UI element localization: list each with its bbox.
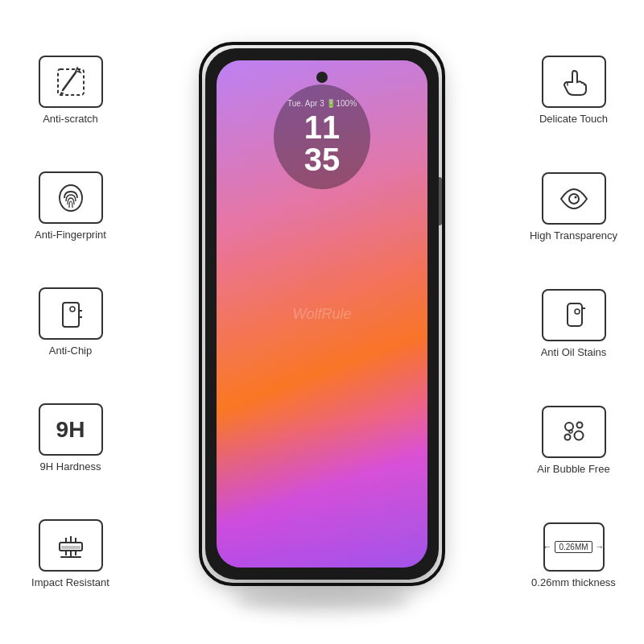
svg-rect-20 <box>568 303 582 326</box>
svg-point-25 <box>564 435 570 440</box>
9h-hardness-icon-box: 9H <box>39 403 103 456</box>
high-transparency-label: High Transparency <box>530 229 617 242</box>
thickness-label: 0.26mm thickness <box>531 576 616 588</box>
svg-point-19 <box>574 196 576 198</box>
touch-icon <box>556 64 592 100</box>
svg-point-24 <box>576 423 582 428</box>
phone-mockup: Tue. Apr 3 🔋100% 11 35 WolfRule <box>205 48 439 596</box>
left-arrow: ← <box>543 542 551 551</box>
watermark: WolfRule <box>292 306 351 323</box>
clock-widget: Tue. Apr 3 🔋100% 11 35 <box>274 85 370 189</box>
svg-point-21 <box>575 309 580 314</box>
feature-9h-hardness: 9H 9H Hardness <box>14 403 127 473</box>
anti-fingerprint-icon-box <box>39 171 103 224</box>
eye-icon <box>556 181 592 217</box>
air-bubble-label: Air Bubble Free <box>537 463 609 475</box>
thickness-value-label: 0.26MM <box>555 541 592 553</box>
feature-anti-oil: Anti Oil Stains <box>518 289 630 358</box>
svg-rect-0 <box>58 69 84 95</box>
anti-scratch-icon-box <box>39 56 103 108</box>
fingerprint-icon <box>53 180 89 216</box>
impact-resistant-icon-box <box>39 519 103 572</box>
svg-point-18 <box>569 194 579 204</box>
right-arrow: → <box>596 542 605 551</box>
anti-fingerprint-label: Anti-Fingerprint <box>35 229 106 241</box>
phone-side-button <box>439 177 442 225</box>
anti-chip-icon-box <box>39 287 103 340</box>
svg-rect-10 <box>61 546 80 549</box>
delicate-touch-icon-box <box>542 56 606 108</box>
air-bubble-icon-box <box>542 406 606 458</box>
thickness-arrows: ← 0.26MM → <box>543 541 604 553</box>
clock-date: Tue. Apr 3 🔋100% <box>287 99 357 108</box>
thickness-icon-box: ← 0.26MM → <box>543 522 605 572</box>
impact-resistant-label: Impact Resistant <box>31 576 109 588</box>
anti-chip-label: Anti-Chip <box>49 345 92 357</box>
svg-point-26 <box>574 431 583 440</box>
feature-impact-resistant: Impact Resistant <box>14 519 127 588</box>
clock-hour: 11 <box>304 111 341 143</box>
svg-line-1 <box>63 72 76 90</box>
feature-anti-scratch: Anti-scratch <box>14 56 127 125</box>
anti-oil-icon-box <box>542 289 606 341</box>
high-transparency-icon-box <box>542 172 606 225</box>
phone-camera <box>316 72 328 83</box>
feature-anti-chip: Anti-Chip <box>14 287 127 357</box>
9h-hardness-label: 9H Hardness <box>40 460 101 473</box>
phone-screen: Tue. Apr 3 🔋100% 11 35 WolfRule <box>217 60 427 568</box>
anti-scratch-label: Anti-scratch <box>43 113 98 125</box>
feature-delicate-touch: Delicate Touch <box>518 56 630 125</box>
phone-shadow <box>233 588 411 612</box>
clock-minute: 35 <box>304 143 341 175</box>
feature-anti-fingerprint: Anti-Fingerprint <box>14 171 127 241</box>
anti-oil-icon <box>556 297 592 332</box>
scratch-icon <box>53 64 89 100</box>
phone-body: Tue. Apr 3 🔋100% 11 35 WolfRule <box>205 48 439 580</box>
feature-thickness: ← 0.26MM → 0.26mm thickness <box>518 522 630 588</box>
right-features-column: Delicate Touch High Transparency <box>507 32 640 612</box>
chip-icon <box>53 296 89 332</box>
main-container: Anti-scratch Anti-Fingerprint <box>0 0 644 644</box>
feature-high-transparency: High Transparency <box>518 172 630 242</box>
svg-point-23 <box>565 423 573 431</box>
delicate-touch-label: Delicate Touch <box>539 113 608 125</box>
feature-air-bubble: Air Bubble Free <box>518 406 630 475</box>
left-features-column: Anti-scratch Anti-Fingerprint <box>4 32 137 612</box>
9h-text-icon: 9H <box>56 419 85 441</box>
anti-oil-label: Anti Oil Stains <box>541 346 607 358</box>
svg-point-6 <box>70 307 75 312</box>
svg-rect-5 <box>63 303 79 327</box>
bubble-icon <box>556 414 592 449</box>
svg-point-27 <box>569 430 572 433</box>
impact-icon <box>53 528 89 564</box>
